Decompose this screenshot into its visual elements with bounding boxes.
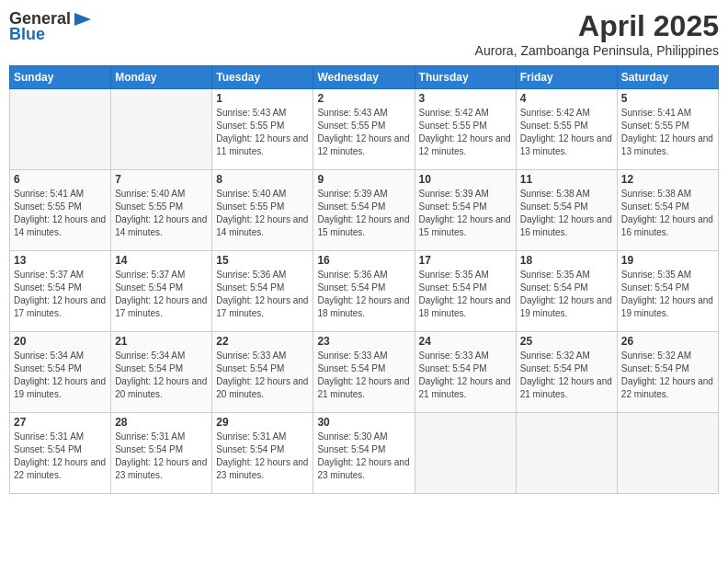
day-number: 6 bbox=[14, 173, 107, 186]
weekday-header-friday: Friday bbox=[516, 66, 617, 89]
calendar-week-2: 6Sunrise: 5:41 AMSunset: 5:55 PMDaylight… bbox=[10, 170, 719, 251]
calendar-cell: 5Sunrise: 5:41 AMSunset: 5:55 PMDaylight… bbox=[617, 89, 718, 170]
day-number: 29 bbox=[216, 416, 309, 429]
calendar-cell: 17Sunrise: 5:35 AMSunset: 5:54 PMDayligh… bbox=[415, 251, 516, 332]
calendar-cell: 7Sunrise: 5:40 AMSunset: 5:55 PMDaylight… bbox=[111, 170, 212, 251]
day-number: 10 bbox=[419, 173, 512, 186]
day-info: Sunrise: 5:37 AMSunset: 5:54 PMDaylight:… bbox=[115, 269, 208, 320]
day-info: Sunrise: 5:35 AMSunset: 5:54 PMDaylight:… bbox=[621, 269, 714, 320]
calendar-cell: 23Sunrise: 5:33 AMSunset: 5:54 PMDayligh… bbox=[313, 332, 415, 413]
day-info: Sunrise: 5:38 AMSunset: 5:54 PMDaylight:… bbox=[520, 188, 613, 239]
calendar-cell bbox=[111, 89, 212, 170]
day-info: Sunrise: 5:31 AMSunset: 5:54 PMDaylight:… bbox=[14, 431, 107, 482]
day-info: Sunrise: 5:36 AMSunset: 5:54 PMDaylight:… bbox=[317, 269, 410, 320]
day-info: Sunrise: 5:35 AMSunset: 5:54 PMDaylight:… bbox=[419, 269, 512, 320]
day-number: 22 bbox=[216, 335, 309, 348]
weekday-header-thursday: Thursday bbox=[415, 66, 516, 89]
header: General Blue April 2025 Aurora, Zamboang… bbox=[9, 9, 719, 58]
weekday-header-saturday: Saturday bbox=[617, 66, 718, 89]
calendar-cell bbox=[10, 89, 111, 170]
calendar-cell: 27Sunrise: 5:31 AMSunset: 5:54 PMDayligh… bbox=[10, 413, 111, 494]
logo: General Blue bbox=[9, 9, 93, 44]
day-info: Sunrise: 5:35 AMSunset: 5:54 PMDaylight:… bbox=[520, 269, 613, 320]
calendar-cell: 24Sunrise: 5:33 AMSunset: 5:54 PMDayligh… bbox=[415, 332, 516, 413]
svg-marker-0 bbox=[74, 13, 91, 26]
calendar-cell: 2Sunrise: 5:43 AMSunset: 5:55 PMDaylight… bbox=[313, 89, 415, 170]
month-title: April 2025 bbox=[475, 9, 719, 43]
calendar-cell: 9Sunrise: 5:39 AMSunset: 5:54 PMDaylight… bbox=[313, 170, 415, 251]
day-info: Sunrise: 5:41 AMSunset: 5:55 PMDaylight:… bbox=[621, 107, 714, 158]
page: General Blue April 2025 Aurora, Zamboang… bbox=[0, 0, 728, 563]
weekday-header-sunday: Sunday bbox=[10, 66, 111, 89]
day-info: Sunrise: 5:37 AMSunset: 5:54 PMDaylight:… bbox=[14, 269, 107, 320]
day-info: Sunrise: 5:40 AMSunset: 5:55 PMDaylight:… bbox=[115, 188, 208, 239]
day-info: Sunrise: 5:30 AMSunset: 5:54 PMDaylight:… bbox=[317, 431, 410, 482]
day-info: Sunrise: 5:32 AMSunset: 5:54 PMDaylight:… bbox=[520, 350, 613, 401]
day-number: 9 bbox=[317, 173, 410, 186]
calendar-cell: 4Sunrise: 5:42 AMSunset: 5:55 PMDaylight… bbox=[516, 89, 617, 170]
calendar-cell: 11Sunrise: 5:38 AMSunset: 5:54 PMDayligh… bbox=[516, 170, 617, 251]
day-info: Sunrise: 5:40 AMSunset: 5:55 PMDaylight:… bbox=[216, 188, 309, 239]
calendar-cell: 3Sunrise: 5:42 AMSunset: 5:55 PMDaylight… bbox=[415, 89, 516, 170]
day-info: Sunrise: 5:36 AMSunset: 5:54 PMDaylight:… bbox=[216, 269, 309, 320]
calendar-week-3: 13Sunrise: 5:37 AMSunset: 5:54 PMDayligh… bbox=[10, 251, 719, 332]
day-info: Sunrise: 5:33 AMSunset: 5:54 PMDaylight:… bbox=[317, 350, 410, 401]
day-info: Sunrise: 5:31 AMSunset: 5:54 PMDaylight:… bbox=[216, 431, 309, 482]
day-info: Sunrise: 5:39 AMSunset: 5:54 PMDaylight:… bbox=[317, 188, 410, 239]
weekday-header-tuesday: Tuesday bbox=[212, 66, 313, 89]
day-number: 17 bbox=[419, 254, 512, 267]
calendar-cell: 1Sunrise: 5:43 AMSunset: 5:55 PMDaylight… bbox=[212, 89, 313, 170]
day-number: 8 bbox=[216, 173, 309, 186]
day-number: 3 bbox=[419, 92, 512, 105]
day-number: 20 bbox=[14, 335, 107, 348]
calendar-cell: 12Sunrise: 5:38 AMSunset: 5:54 PMDayligh… bbox=[617, 170, 718, 251]
calendar-cell: 15Sunrise: 5:36 AMSunset: 5:54 PMDayligh… bbox=[212, 251, 313, 332]
calendar-cell: 28Sunrise: 5:31 AMSunset: 5:54 PMDayligh… bbox=[111, 413, 212, 494]
calendar-table: SundayMondayTuesdayWednesdayThursdayFrid… bbox=[9, 65, 719, 494]
calendar-cell: 22Sunrise: 5:33 AMSunset: 5:54 PMDayligh… bbox=[212, 332, 313, 413]
day-info: Sunrise: 5:43 AMSunset: 5:55 PMDaylight:… bbox=[216, 107, 309, 158]
day-number: 23 bbox=[317, 335, 410, 348]
calendar-cell bbox=[617, 413, 718, 494]
day-info: Sunrise: 5:33 AMSunset: 5:54 PMDaylight:… bbox=[216, 350, 309, 401]
calendar-cell: 16Sunrise: 5:36 AMSunset: 5:54 PMDayligh… bbox=[313, 251, 415, 332]
day-number: 25 bbox=[520, 335, 613, 348]
day-number: 24 bbox=[419, 335, 512, 348]
day-info: Sunrise: 5:34 AMSunset: 5:54 PMDaylight:… bbox=[115, 350, 208, 401]
day-info: Sunrise: 5:38 AMSunset: 5:54 PMDaylight:… bbox=[621, 188, 714, 239]
day-number: 15 bbox=[216, 254, 309, 267]
day-number: 11 bbox=[520, 173, 613, 186]
day-info: Sunrise: 5:42 AMSunset: 5:55 PMDaylight:… bbox=[419, 107, 512, 158]
calendar-cell: 25Sunrise: 5:32 AMSunset: 5:54 PMDayligh… bbox=[516, 332, 617, 413]
calendar-week-4: 20Sunrise: 5:34 AMSunset: 5:54 PMDayligh… bbox=[10, 332, 719, 413]
calendar-week-1: 1Sunrise: 5:43 AMSunset: 5:55 PMDaylight… bbox=[10, 89, 719, 170]
day-number: 14 bbox=[115, 254, 208, 267]
day-info: Sunrise: 5:32 AMSunset: 5:54 PMDaylight:… bbox=[621, 350, 714, 401]
logo-flag-icon bbox=[73, 11, 93, 28]
day-number: 5 bbox=[621, 92, 714, 105]
day-number: 27 bbox=[14, 416, 107, 429]
day-number: 30 bbox=[317, 416, 410, 429]
calendar-cell: 26Sunrise: 5:32 AMSunset: 5:54 PMDayligh… bbox=[617, 332, 718, 413]
day-info: Sunrise: 5:31 AMSunset: 5:54 PMDaylight:… bbox=[115, 431, 208, 482]
day-info: Sunrise: 5:34 AMSunset: 5:54 PMDaylight:… bbox=[14, 350, 107, 401]
day-info: Sunrise: 5:39 AMSunset: 5:54 PMDaylight:… bbox=[419, 188, 512, 239]
calendar-cell: 6Sunrise: 5:41 AMSunset: 5:55 PMDaylight… bbox=[10, 170, 111, 251]
day-info: Sunrise: 5:33 AMSunset: 5:54 PMDaylight:… bbox=[419, 350, 512, 401]
day-number: 1 bbox=[216, 92, 309, 105]
calendar-cell: 30Sunrise: 5:30 AMSunset: 5:54 PMDayligh… bbox=[313, 413, 415, 494]
calendar-cell: 21Sunrise: 5:34 AMSunset: 5:54 PMDayligh… bbox=[111, 332, 212, 413]
day-number: 7 bbox=[115, 173, 208, 186]
logo-blue: Blue bbox=[9, 25, 45, 44]
title-block: April 2025 Aurora, Zamboanga Peninsula, … bbox=[475, 9, 719, 58]
calendar-cell: 14Sunrise: 5:37 AMSunset: 5:54 PMDayligh… bbox=[111, 251, 212, 332]
calendar-cell: 20Sunrise: 5:34 AMSunset: 5:54 PMDayligh… bbox=[10, 332, 111, 413]
calendar-week-5: 27Sunrise: 5:31 AMSunset: 5:54 PMDayligh… bbox=[10, 413, 719, 494]
day-number: 12 bbox=[621, 173, 714, 186]
day-number: 16 bbox=[317, 254, 410, 267]
weekday-header-row: SundayMondayTuesdayWednesdayThursdayFrid… bbox=[10, 66, 719, 89]
day-number: 28 bbox=[115, 416, 208, 429]
calendar-cell: 18Sunrise: 5:35 AMSunset: 5:54 PMDayligh… bbox=[516, 251, 617, 332]
calendar-cell bbox=[415, 413, 516, 494]
calendar-cell: 13Sunrise: 5:37 AMSunset: 5:54 PMDayligh… bbox=[10, 251, 111, 332]
